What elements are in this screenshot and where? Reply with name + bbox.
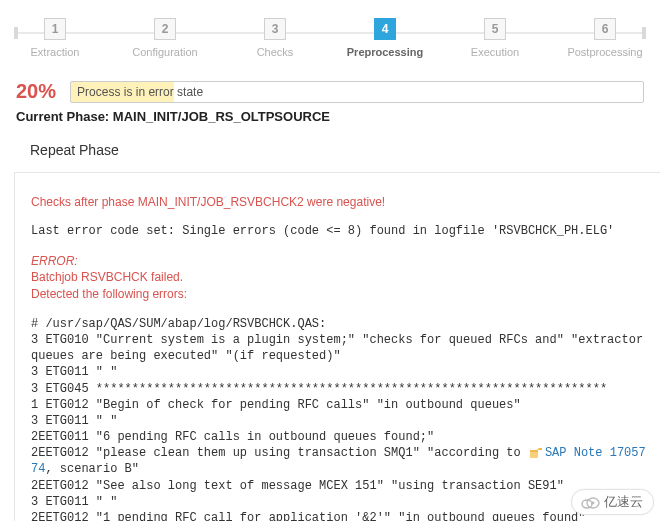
phase-prefix: Current Phase:	[16, 109, 113, 124]
error-panel: Checks after phase MAIN_INIT/JOB_RSVBCHC…	[14, 172, 660, 521]
log-text-pre: 2EETG012 "please clean them up using tra…	[31, 446, 528, 460]
last-error-code: Last error code set: Single errors (code…	[31, 223, 646, 239]
log-line: 3 ETG045 *******************************…	[31, 381, 646, 397]
log-line: 3 ETG010 "Current system is a plugin sys…	[31, 332, 646, 364]
step-postprocessing[interactable]: 6 Postprocessing	[550, 18, 660, 58]
error-label: ERROR:	[31, 253, 646, 269]
log-line: # /usr/sap/QAS/SUM/abap/log/RSVBCHCK.QAS…	[31, 316, 646, 332]
step-extraction[interactable]: 1 Extraction	[0, 18, 110, 58]
step-label: Extraction	[0, 46, 110, 58]
log-line: 2EETG011 "6 pending RFC calls in outboun…	[31, 429, 646, 445]
log-line: 3 ETG011 " "	[31, 413, 646, 429]
log-line-with-link: 2EETG012 "please clean them up using tra…	[31, 445, 646, 477]
phase-value: MAIN_INIT/JOB_RS_OLTPSOURCE	[113, 109, 330, 124]
batchjob-failed: Batchjob RSVBCHCK failed.	[31, 269, 646, 285]
step-preprocessing[interactable]: 4 Preprocessing	[330, 18, 440, 58]
step-label: Preprocessing	[330, 46, 440, 58]
step-checks[interactable]: 3 Checks	[220, 18, 330, 58]
step-label: Postprocessing	[550, 46, 660, 58]
log-output: # /usr/sap/QAS/SUM/abap/log/RSVBCHCK.QAS…	[31, 316, 646, 521]
step-label: Checks	[220, 46, 330, 58]
log-text-post: , scenario B"	[45, 462, 139, 476]
log-line: 1 ETG012 "Begin of check for pending RFC…	[31, 397, 646, 413]
status-row: 20% Process is in error state	[0, 66, 660, 107]
svg-rect-1	[530, 452, 538, 458]
wizard-steps: 1 Extraction 2 Configuration 3 Checks 4 …	[0, 0, 660, 66]
cloud-icon	[580, 495, 600, 509]
current-phase: Current Phase: MAIN_INIT/JOB_RS_OLTPSOUR…	[0, 107, 660, 130]
watermark-text: 亿速云	[604, 493, 643, 511]
progress-percent: 20%	[16, 80, 56, 103]
log-line: 3 ETG011 " "	[31, 364, 646, 380]
step-number: 2	[154, 18, 176, 40]
note-icon	[530, 447, 542, 457]
step-execution[interactable]: 5 Execution	[440, 18, 550, 58]
step-number: 1	[44, 18, 66, 40]
log-line: 2EETG012 "See also long text of message …	[31, 478, 646, 494]
step-number: 5	[484, 18, 506, 40]
error-block: ERROR: Batchjob RSVBCHCK failed. Detecte…	[31, 253, 646, 302]
svg-point-4	[592, 502, 595, 505]
watermark: 亿速云	[571, 489, 654, 515]
detected-errors: Detected the following errors:	[31, 286, 646, 302]
step-number: 6	[594, 18, 616, 40]
log-line: 3 ETG011 " "	[31, 494, 646, 510]
step-label: Configuration	[110, 46, 220, 58]
status-message: Process is in error state	[70, 81, 644, 103]
step-configuration[interactable]: 2 Configuration	[110, 18, 220, 58]
repeat-phase-link[interactable]: Repeat Phase	[0, 130, 660, 172]
log-line: 2EETG012 "1 pending RFC call for applica…	[31, 510, 646, 521]
error-heading: Checks after phase MAIN_INIT/JOB_RSVBCHC…	[31, 195, 646, 209]
step-number: 4	[374, 18, 396, 40]
step-number: 3	[264, 18, 286, 40]
step-label: Execution	[440, 46, 550, 58]
